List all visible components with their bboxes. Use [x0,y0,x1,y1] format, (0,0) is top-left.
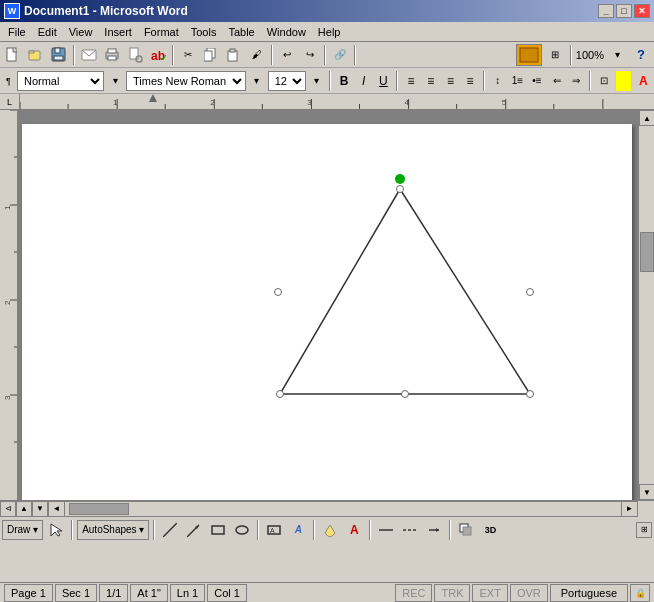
scrollbar-h-left[interactable]: ◄ [49,502,65,516]
scrollbar-down-button[interactable]: ▼ [639,484,654,500]
triangle-shape[interactable] [270,179,540,404]
status-pageof: 1/1 [99,584,128,602]
dash-style-button[interactable] [399,519,421,541]
font-color-button[interactable]: A [634,70,652,92]
menu-format[interactable]: Format [138,24,185,40]
redo-button[interactable]: ↪ [299,44,321,66]
select-tool-button[interactable] [45,519,67,541]
help-button[interactable]: ? [630,44,652,66]
line-style-button[interactable] [375,519,397,541]
decrease-indent-button[interactable]: ⇐ [548,70,566,92]
save-button[interactable] [48,44,70,66]
scrollbar-h[interactable]: ◄ ► [48,501,638,517]
hyperlink-button[interactable]: 🔗 [329,44,351,66]
bottom-left-handle[interactable] [276,390,284,398]
menu-table[interactable]: Table [222,24,260,40]
bold-button[interactable]: B [335,70,353,92]
arrow-style-button[interactable] [423,519,445,541]
page-nav-prev[interactable]: ▲ [16,501,32,517]
threed-button[interactable]: 3D [479,519,501,541]
bottom-mid-handle[interactable] [401,390,409,398]
ellipse-tool-button[interactable] [231,519,253,541]
page-nav-next[interactable]: ▼ [32,501,48,517]
undo-button[interactable]: ↩ [276,44,298,66]
minimize-button[interactable]: _ [598,4,614,18]
close-button[interactable]: ✕ [634,4,650,18]
copy-button[interactable] [200,44,222,66]
menu-help[interactable]: Help [312,24,347,40]
shadow-button[interactable] [455,519,477,541]
rotation-handle[interactable] [395,174,405,184]
menu-insert[interactable]: Insert [98,24,138,40]
menu-window[interactable]: Window [261,24,312,40]
style-dropdown-btn[interactable]: ▾ [106,70,124,92]
underline-button[interactable]: U [375,70,393,92]
textbox-tool-button[interactable]: A [263,519,285,541]
open-button[interactable] [25,44,47,66]
menu-tools[interactable]: Tools [185,24,223,40]
svg-rect-19 [520,48,538,62]
align-left-button[interactable]: ≡ [402,70,420,92]
right-mid-handle[interactable] [526,288,534,296]
size-dropdown[interactable]: 12 [268,71,306,91]
scrollbar-thumb[interactable] [640,232,654,272]
bullets-button[interactable]: •≡ [528,70,546,92]
format-painter-button[interactable]: 🖌 [246,44,268,66]
status-at: At 1" [130,584,167,602]
toolbar-resize-handle[interactable]: ⊞ [636,522,652,538]
rectangle-tool-button[interactable] [207,519,229,541]
menu-view[interactable]: View [63,24,99,40]
font-dropdown[interactable]: Times New Roman [126,71,246,91]
italic-button[interactable]: I [355,70,373,92]
menu-file[interactable]: File [2,24,32,40]
maximize-button[interactable]: □ [616,4,632,18]
preview-button[interactable] [124,44,146,66]
fmt-sep1 [329,71,331,91]
svg-rect-57 [212,526,224,534]
email-button[interactable] [78,44,100,66]
view-normal-button[interactable] [516,44,542,66]
increase-indent-button[interactable]: ⇒ [568,70,586,92]
align-center-button[interactable]: ≡ [422,70,440,92]
draw-font-color-button[interactable]: A [343,519,365,541]
status-col: Col 1 [207,584,247,602]
tables-borders-button[interactable]: ⊞ [544,44,566,66]
bottom-right-handle[interactable] [526,390,534,398]
cut-button[interactable]: ✂ [177,44,199,66]
triangle-svg [270,179,540,404]
line-tool-button[interactable] [159,519,181,541]
spellcheck-button[interactable]: ab✓ [147,44,169,66]
line-spacing-button[interactable]: ↕ [489,70,507,92]
scrollbar-up-button[interactable]: ▲ [639,110,654,126]
new-button[interactable] [2,44,24,66]
left-mid-handle[interactable] [274,288,282,296]
svg-rect-4 [55,48,60,53]
svg-marker-53 [51,524,62,536]
paste-button[interactable] [223,44,245,66]
ruler-icon[interactable]: L [0,94,20,110]
fill-color-button[interactable] [319,519,341,541]
font-dropdown-btn[interactable]: ▾ [248,70,266,92]
align-right-button[interactable]: ≡ [442,70,460,92]
justify-button[interactable]: ≡ [461,70,479,92]
print-button[interactable] [101,44,123,66]
style-indicator[interactable]: ¶ [2,70,15,92]
numbering-button[interactable]: 1≡ [509,70,527,92]
menu-edit[interactable]: Edit [32,24,63,40]
style-dropdown[interactable]: Normal [17,71,104,91]
autoshapes-button[interactable]: AutoShapes ▾ [77,520,149,540]
draw-sep1 [71,520,73,540]
highlight-button[interactable]: A [615,70,633,92]
apex-handle[interactable] [396,185,404,193]
page-nav-left[interactable]: ⊲ [0,501,16,517]
outside-border-button[interactable]: ⊡ [595,70,613,92]
draw-menu-button[interactable]: Draw ▾ [2,520,43,540]
svg-text:3: 3 [307,98,312,107]
zoom-dropdown-button[interactable]: ▾ [606,44,628,66]
scrollbar-h-thumb[interactable] [69,503,129,515]
size-dropdown-btn[interactable]: ▾ [308,70,326,92]
arrow-tool-button[interactable] [183,519,205,541]
vertical-scrollbar[interactable]: ▲ ▼ [638,110,654,500]
scrollbar-h-right[interactable]: ► [621,502,637,516]
wordart-button[interactable]: A [287,519,309,541]
